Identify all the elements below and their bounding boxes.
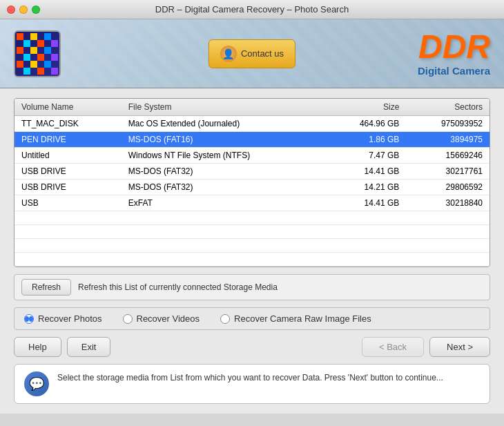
traffic-lights xyxy=(7,6,40,14)
close-button[interactable] xyxy=(7,6,15,14)
col-volume-name: Volume Name xyxy=(14,99,122,116)
cell-volume: USB xyxy=(14,195,122,211)
radio-recover-photos[interactable]: Recover Photos xyxy=(24,313,102,324)
volumes-table-container: Volume Name File System Size Sectors TT_… xyxy=(14,98,490,267)
table-row[interactable]: USB DRIVE MS-DOS (FAT32) 14.21 GB 298065… xyxy=(14,180,490,195)
cell-sectors: 30217761 xyxy=(406,164,490,180)
nav-buttons-row: Help Exit < Back Next > xyxy=(14,337,490,357)
back-button[interactable]: < Back xyxy=(362,337,424,357)
col-sectors: Sectors xyxy=(406,99,490,116)
contact-label: Contact us xyxy=(241,48,284,59)
info-icon: 💬 xyxy=(24,371,49,396)
refresh-row: Refresh Refresh this List of currently c… xyxy=(14,274,490,300)
cell-volume: USB DRIVE xyxy=(14,180,122,195)
cell-fs: MS-DOS (FAT32) xyxy=(122,164,326,180)
info-bar: 💬 Select the storage media from List fro… xyxy=(14,364,490,404)
volumes-table: Volume Name File System Size Sectors TT_… xyxy=(14,99,490,267)
app-logo-icon xyxy=(14,30,61,77)
cell-sectors: 30218840 xyxy=(406,195,490,211)
help-button[interactable]: Help xyxy=(14,337,61,357)
cell-size: 14.41 GB xyxy=(326,195,407,211)
radio-recover-videos[interactable]: Recover Videos xyxy=(123,313,200,324)
cell-volume: USB DRIVE xyxy=(14,164,122,180)
main-content: Volume Name File System Size Sectors TT_… xyxy=(0,88,504,414)
contact-icon: 👤 xyxy=(220,46,237,62)
cell-size: 1.86 GB xyxy=(326,132,407,148)
cell-volume: Untitled xyxy=(14,148,122,164)
table-row[interactable]: USB DRIVE MS-DOS (FAT32) 14.41 GB 302177… xyxy=(14,164,490,180)
cell-size: 14.21 GB xyxy=(326,180,407,195)
maximize-button[interactable] xyxy=(32,6,40,14)
window-title: DDR – Digital Camera Recovery – Photo Se… xyxy=(155,4,349,14)
refresh-button[interactable]: Refresh xyxy=(21,279,71,296)
ddr-subtitle: Digital Camera xyxy=(418,65,490,77)
table-empty-row xyxy=(14,211,490,225)
table-empty-row xyxy=(14,239,490,253)
info-text: Select the storage media from List from … xyxy=(57,371,443,384)
cell-size: 464.96 GB xyxy=(326,116,407,132)
radio-recover-raw[interactable]: Recover Camera Raw Image Files xyxy=(220,313,371,324)
exit-button[interactable]: Exit xyxy=(67,337,111,357)
cell-fs: Mac OS Extended (Journaled) xyxy=(122,116,326,132)
radio-photos-label: Recover Photos xyxy=(38,313,102,324)
table-row[interactable]: PEN DRIVE MS-DOS (FAT16) 1.86 GB 3894975 xyxy=(14,132,490,148)
cell-fs: ExFAT xyxy=(122,195,326,211)
radio-raw-circle xyxy=(220,314,230,324)
table-empty-row xyxy=(14,225,490,239)
cell-volume: TT_MAC_DISK xyxy=(14,116,122,132)
cell-volume: PEN DRIVE xyxy=(14,132,122,148)
ddr-logo: DDR Digital Camera xyxy=(418,30,490,77)
cell-sectors: 29806592 xyxy=(406,180,490,195)
refresh-description: Refresh this List of currently connected… xyxy=(78,282,278,292)
cell-sectors: 975093952 xyxy=(406,116,490,132)
app-header: 👤 Contact us DDR Digital Camera xyxy=(0,19,504,88)
cell-fs: MS-DOS (FAT32) xyxy=(122,180,326,195)
cell-size: 14.41 GB xyxy=(326,164,407,180)
col-size: Size xyxy=(326,99,407,116)
cell-sectors: 3894975 xyxy=(406,132,490,148)
table-row[interactable]: USB ExFAT 14.41 GB 30218840 xyxy=(14,195,490,211)
next-button[interactable]: Next > xyxy=(429,337,490,357)
cell-size: 7.47 GB xyxy=(326,148,407,164)
table-row[interactable]: Untitled Windows NT File System (NTFS) 7… xyxy=(14,148,490,164)
radio-raw-label: Recover Camera Raw Image Files xyxy=(234,313,371,324)
radio-photos-circle xyxy=(24,314,34,324)
cell-sectors: 15669246 xyxy=(406,148,490,164)
contact-button[interactable]: 👤 Contact us xyxy=(209,39,295,68)
radio-videos-circle xyxy=(123,314,133,324)
cell-fs: MS-DOS (FAT16) xyxy=(122,132,326,148)
checkerboard-icon xyxy=(17,33,58,75)
cell-fs: Windows NT File System (NTFS) xyxy=(122,148,326,164)
ddr-title: DDR xyxy=(418,30,490,64)
table-empty-row xyxy=(14,253,490,267)
table-row[interactable]: TT_MAC_DISK Mac OS Extended (Journaled) … xyxy=(14,116,490,132)
titlebar: DDR – Digital Camera Recovery – Photo Se… xyxy=(0,0,504,19)
recovery-options-row: Recover Photos Recover Videos Recover Ca… xyxy=(14,307,490,330)
table-header-row: Volume Name File System Size Sectors xyxy=(14,99,490,116)
col-file-system: File System xyxy=(122,99,326,116)
radio-videos-label: Recover Videos xyxy=(137,313,200,324)
minimize-button[interactable] xyxy=(19,6,28,14)
